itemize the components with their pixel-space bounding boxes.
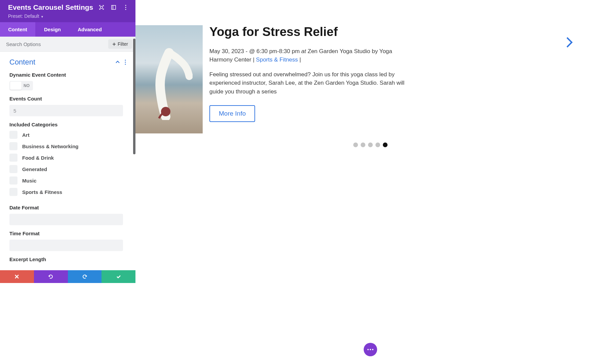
caret-down-icon: ▼ [40, 15, 44, 18]
pagination-dot[interactable] [375, 143, 380, 147]
preset-selector[interactable]: Preset: Default ▼ [8, 13, 129, 19]
toggle-knob [10, 82, 22, 90]
time-format-input[interactable] [9, 240, 123, 251]
category-label: Food & Drink [22, 155, 54, 161]
redo-button[interactable] [68, 270, 102, 283]
fullscreen-icon[interactable] [98, 4, 105, 10]
svg-point-4 [125, 7, 126, 8]
filter-button[interactable]: Filter [108, 39, 132, 49]
category-row[interactable]: Generated [9, 165, 126, 173]
tab-bar: Content Design Advanced [0, 22, 135, 37]
content-scroll[interactable]: Content Dynamic Event Content NO Events … [0, 52, 135, 283]
category-row[interactable]: Music [9, 176, 126, 185]
checkbox[interactable] [9, 154, 17, 162]
svg-rect-0 [100, 6, 103, 8]
bottom-action-bar [0, 270, 135, 283]
save-button[interactable] [102, 270, 135, 283]
layout-icon[interactable] [111, 4, 117, 10]
event-category-link[interactable]: Sports & Fitness [256, 56, 298, 63]
svg-rect-1 [112, 5, 116, 9]
field-label: Time Format [9, 231, 126, 236]
carousel-pagination [353, 143, 388, 147]
category-label: Music [22, 178, 37, 184]
event-details: Yoga for Stress Relief May 30, 2023 - @ … [203, 25, 421, 122]
category-label: Sports & Fitness [22, 189, 62, 195]
section-header[interactable]: Content [0, 58, 135, 67]
search-input[interactable] [6, 41, 108, 47]
svg-point-5 [125, 9, 126, 10]
checkbox[interactable] [9, 165, 17, 173]
event-description: Feeling stressed out and overwhelmed? Jo… [209, 70, 408, 96]
yoga-figure-illustration [146, 39, 193, 120]
category-row[interactable]: Food & Drink [9, 154, 126, 162]
category-label: Generated [22, 166, 47, 172]
pagination-dot-active[interactable] [383, 143, 388, 147]
field-events-count: Events Count [0, 90, 135, 116]
event-venue: Zen Garden Yoga Studio [308, 48, 370, 54]
carousel-next-button[interactable] [566, 36, 573, 50]
by-word: by [372, 48, 378, 54]
tab-design[interactable]: Design [35, 22, 70, 37]
checkbox[interactable] [9, 188, 17, 196]
svg-point-6 [125, 60, 126, 61]
event-date: May 30, 2023 [209, 48, 244, 54]
event-image [135, 25, 203, 133]
category-label: Art [22, 132, 30, 138]
event-carousel: Yoga for Stress Relief May 30, 2023 - @ … [135, 25, 605, 133]
checkbox[interactable] [9, 176, 17, 185]
events-count-input[interactable] [9, 105, 123, 116]
pagination-dot[interactable] [368, 143, 373, 147]
more-info-button[interactable]: More Info [209, 105, 255, 122]
dynamic-toggle[interactable]: NO [9, 81, 33, 90]
event-time: @ 6:30 pm-8:30 pm [249, 48, 300, 54]
chevron-up-icon[interactable] [115, 60, 120, 65]
checkbox[interactable] [9, 131, 17, 139]
tab-content[interactable]: Content [0, 22, 35, 37]
search-row: Filter [0, 37, 135, 52]
svg-point-7 [125, 62, 126, 63]
toggle-label: NO [24, 83, 30, 88]
scrollbar-thumb[interactable] [133, 39, 135, 154]
settings-sidebar: Events Carousel Settings Preset: Default… [0, 0, 135, 283]
event-meta: May 30, 2023 - @ 6:30 pm-8:30 pm at Zen … [209, 47, 408, 64]
category-row[interactable]: Art [9, 131, 126, 139]
preview-area: Yoga for Stress Relief May 30, 2023 - @ … [135, 0, 605, 364]
panel-header: Events Carousel Settings Preset: Default… [0, 0, 135, 22]
section-title: Content [9, 58, 35, 67]
checkbox[interactable] [9, 142, 17, 150]
close-icon [14, 274, 19, 279]
field-label: Date Format [9, 205, 126, 210]
section-more-icon[interactable] [125, 59, 126, 65]
pagination-dot[interactable] [361, 143, 365, 147]
chevron-right-icon [566, 36, 573, 48]
field-dynamic-event: Dynamic Event Content NO [0, 67, 135, 90]
category-row[interactable]: Business & Networking [9, 142, 126, 150]
field-label: Dynamic Event Content [9, 72, 126, 78]
undo-icon [48, 274, 53, 279]
ellipsis-icon [367, 349, 373, 350]
panel-title: Events Carousel Settings [8, 3, 93, 11]
redo-icon [82, 274, 87, 279]
pagination-dot[interactable] [353, 143, 358, 147]
floating-action-button[interactable] [364, 343, 377, 356]
field-excerpt-length: Excerpt Length [0, 251, 135, 267]
field-date-format: Date Format [0, 199, 135, 225]
preset-label: Preset: Default [8, 13, 39, 19]
check-icon [116, 274, 121, 279]
field-label: Excerpt Length [9, 256, 126, 262]
cancel-button[interactable] [0, 270, 34, 283]
field-label: Events Count [9, 96, 126, 102]
svg-point-8 [125, 64, 126, 65]
more-icon[interactable] [123, 4, 129, 10]
tab-advanced[interactable]: Advanced [70, 22, 110, 37]
category-row[interactable]: Sports & Fitness [9, 188, 126, 196]
field-time-format: Time Format [0, 225, 135, 251]
field-label: Included Categories [9, 122, 126, 127]
at-word: at [301, 48, 306, 54]
date-format-input[interactable] [9, 214, 123, 225]
filter-label: Filter [118, 41, 128, 47]
category-label: Business & Networking [22, 144, 79, 149]
svg-point-3 [125, 5, 126, 6]
undo-button[interactable] [34, 270, 68, 283]
field-included-categories: Included Categories Art Business & Netwo… [0, 116, 135, 196]
